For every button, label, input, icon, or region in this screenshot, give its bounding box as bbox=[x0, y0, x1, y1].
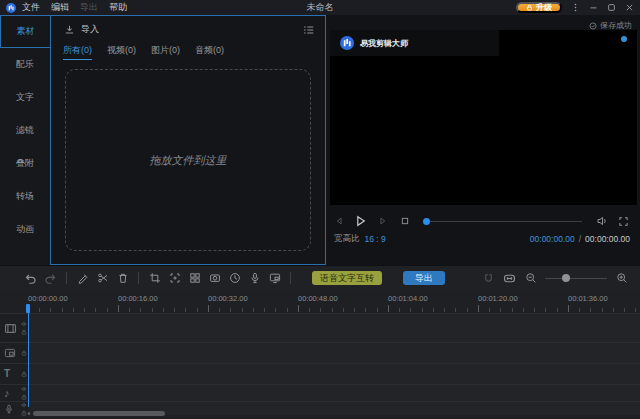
music-track-header[interactable]: ♪ bbox=[0, 385, 30, 401]
tab-video[interactable]: 视频(0) bbox=[107, 44, 136, 60]
voice-text-convert-button[interactable]: 语音文字互转 bbox=[312, 271, 382, 285]
close-icon[interactable] bbox=[625, 3, 634, 12]
edit-toolbar: 语音文字互转 导出 bbox=[0, 265, 640, 290]
undo-icon[interactable] bbox=[24, 272, 37, 285]
mute-icon[interactable] bbox=[21, 321, 27, 327]
pip-track-lane[interactable] bbox=[30, 343, 640, 363]
app-logo bbox=[6, 3, 16, 13]
fit-timeline-icon[interactable] bbox=[503, 272, 516, 285]
video-track-icon bbox=[4, 322, 17, 335]
pip-icon[interactable] bbox=[268, 272, 281, 285]
text-track-icon: T bbox=[4, 369, 10, 379]
music-track-lane[interactable] bbox=[30, 385, 640, 401]
timeline-zoom-slider[interactable] bbox=[545, 278, 607, 279]
lock-icon bbox=[526, 4, 533, 11]
upgrade-button[interactable]: 升级 bbox=[516, 2, 562, 13]
sidebar-item-music[interactable]: 配乐 bbox=[0, 48, 50, 81]
video-track-header[interactable] bbox=[0, 314, 30, 342]
list-view-icon[interactable] bbox=[302, 23, 315, 36]
import-button[interactable]: 导入 bbox=[81, 23, 99, 36]
sidebar-item-text[interactable]: 文字 bbox=[0, 81, 50, 114]
media-library-panel: 导入 所有(0) 视频(0) 图片(0) 音频(0) 拖放文件到这里 bbox=[50, 15, 326, 265]
track-row-pip bbox=[0, 342, 640, 363]
next-frame-icon[interactable] bbox=[376, 215, 389, 228]
sidebar-item-overlay[interactable]: 叠附 bbox=[0, 147, 50, 180]
pip-track-header[interactable] bbox=[0, 343, 30, 363]
pip-track-icon bbox=[4, 347, 16, 359]
split-icon[interactable] bbox=[96, 272, 109, 285]
timeline-panel: 00:00:00.00 00:00:16.00 00:00:32.00 00:0… bbox=[0, 290, 640, 419]
minimize-icon[interactable] bbox=[589, 3, 598, 12]
scroll-left-icon[interactable] bbox=[26, 411, 31, 416]
prev-frame-icon[interactable] bbox=[332, 215, 345, 228]
play-icon[interactable] bbox=[354, 215, 367, 228]
sidebar-item-media[interactable]: 素材 bbox=[0, 15, 50, 48]
tab-audio[interactable]: 音频(0) bbox=[195, 44, 224, 60]
text-track-lane[interactable] bbox=[30, 364, 640, 384]
more-menu-icon[interactable] bbox=[571, 3, 580, 12]
track-row-video bbox=[0, 313, 640, 342]
category-sidebar: 素材 配乐 文字 滤镜 叠附 转场 动画 bbox=[0, 15, 50, 265]
mute-icon[interactable] bbox=[21, 386, 27, 392]
mute-icon[interactable] bbox=[21, 402, 27, 408]
timeline-ruler[interactable]: 00:00:00.00 00:00:16.00 00:00:32.00 00:0… bbox=[0, 290, 640, 313]
export-button[interactable]: 导出 bbox=[403, 271, 445, 285]
current-time: 00:00:00.00 bbox=[530, 234, 575, 244]
preview-indicator-dot bbox=[621, 36, 627, 42]
menu-file[interactable]: 文件 bbox=[22, 1, 40, 14]
lock-icon[interactable] bbox=[21, 329, 27, 335]
sidebar-item-filter[interactable]: 滤镜 bbox=[0, 114, 50, 147]
menu-help[interactable]: 帮助 bbox=[109, 1, 127, 14]
menu-export[interactable]: 导出 bbox=[80, 1, 98, 14]
tab-all[interactable]: 所有(0) bbox=[63, 44, 92, 60]
sidebar-item-animation[interactable]: 动画 bbox=[0, 213, 50, 246]
import-icon[interactable] bbox=[63, 23, 76, 36]
delete-icon[interactable] bbox=[116, 272, 129, 285]
titlebar: 文件 编辑 导出 帮助 未命名 升级 bbox=[0, 0, 640, 15]
sidebar-item-transition[interactable]: 转场 bbox=[0, 180, 50, 213]
fullscreen-icon[interactable] bbox=[617, 215, 630, 228]
zoom-icon[interactable] bbox=[168, 272, 181, 285]
duration-icon[interactable] bbox=[228, 272, 241, 285]
brand-watermark: 易我剪辑大师 bbox=[360, 38, 408, 49]
timeline-zoom-handle[interactable] bbox=[562, 274, 570, 282]
track-row-text: T bbox=[0, 363, 640, 384]
voiceover-track-icon bbox=[4, 404, 14, 414]
snapshot-icon[interactable] bbox=[208, 272, 221, 285]
horizontal-scrollbar[interactable] bbox=[33, 411, 165, 416]
seek-handle[interactable] bbox=[423, 218, 430, 225]
aspect-ratio-label: 宽高比 bbox=[334, 233, 360, 245]
volume-icon[interactable] bbox=[595, 215, 608, 228]
saved-icon bbox=[589, 22, 597, 30]
redo-icon[interactable] bbox=[44, 272, 57, 285]
app-logo bbox=[340, 36, 354, 50]
ruler-major-ticks bbox=[28, 305, 640, 312]
maximize-icon[interactable] bbox=[607, 3, 616, 12]
preview-panel: 保存成功 易我剪辑大师 宽高比 16 : 9 00:00:00.00 / 00:… bbox=[326, 15, 640, 265]
tab-image[interactable]: 图片(0) bbox=[151, 44, 180, 60]
mosaic-icon[interactable] bbox=[188, 272, 201, 285]
aspect-ratio-value[interactable]: 16 : 9 bbox=[365, 234, 386, 244]
edit-icon[interactable] bbox=[76, 272, 89, 285]
music-track-icon: ♪ bbox=[4, 388, 10, 399]
lock-icon[interactable] bbox=[21, 394, 27, 400]
crop-icon[interactable] bbox=[148, 272, 161, 285]
preview-viewport[interactable]: 易我剪辑大师 bbox=[330, 30, 637, 205]
zoom-out-icon[interactable] bbox=[524, 272, 537, 285]
track-row-music: ♪ bbox=[0, 384, 640, 401]
dropzone-hint: 拖放文件到这里 bbox=[150, 153, 227, 168]
video-track-lane[interactable] bbox=[30, 314, 640, 342]
stop-icon[interactable] bbox=[398, 215, 411, 228]
lock-icon[interactable] bbox=[21, 350, 27, 356]
lock-icon[interactable] bbox=[21, 371, 27, 377]
zoom-in-icon[interactable] bbox=[615, 272, 628, 285]
menu-edit[interactable]: 编辑 bbox=[51, 1, 69, 14]
media-dropzone[interactable]: 拖放文件到这里 bbox=[65, 69, 311, 251]
playhead-handle[interactable] bbox=[26, 304, 30, 313]
menubar: 文件 编辑 导出 帮助 bbox=[22, 1, 127, 14]
text-track-header[interactable]: T bbox=[0, 364, 30, 384]
total-time: 00:00:00.00 bbox=[585, 234, 630, 244]
voiceover-icon[interactable] bbox=[248, 272, 261, 285]
seek-bar[interactable] bbox=[424, 221, 582, 222]
magnet-icon[interactable] bbox=[482, 272, 495, 285]
